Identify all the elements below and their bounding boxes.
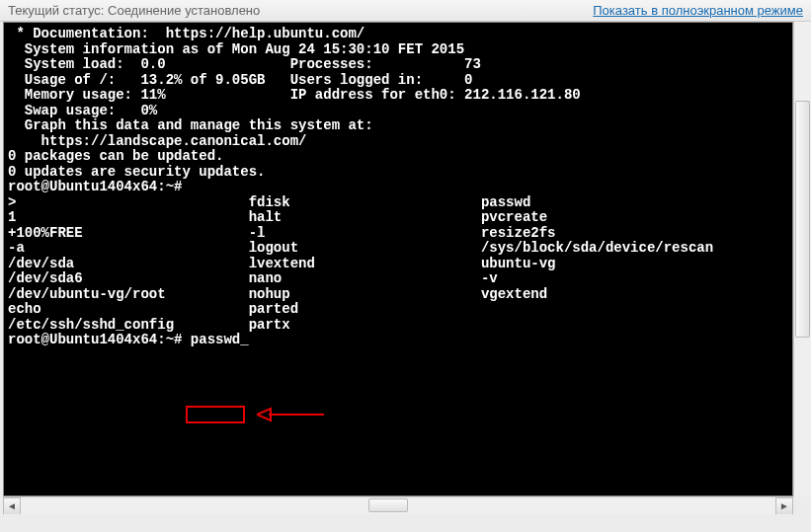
terminal-line: Usage of /: 13.2% of 9.05GB Users logged…	[8, 73, 788, 89]
terminal[interactable]: * Documentation: https://help.ubuntu.com…	[4, 23, 792, 495]
scroll-left-arrow[interactable]: ◄	[3, 497, 21, 515]
terminal-line: +100%FREE -l resize2fs	[8, 226, 788, 242]
scroll-right-arrow[interactable]: ►	[775, 497, 793, 515]
horizontal-scrollbar[interactable]: ◄ ►	[3, 496, 793, 514]
fullscreen-link[interactable]: Показать в полноэкранном режиме	[593, 3, 803, 18]
terminal-line: 0 updates are security updates.	[8, 165, 788, 181]
terminal-line: 0 packages can be updated.	[8, 149, 788, 165]
horizontal-scrollbar-thumb[interactable]	[368, 498, 408, 512]
bottom-padding	[0, 514, 811, 532]
terminal-wrapper: * Documentation: https://help.ubuntu.com…	[3, 22, 793, 496]
terminal-line: Swap usage: 0%	[8, 104, 788, 119]
terminal-line: https://landscape.canonical.com/	[8, 134, 788, 150]
terminal-line: echo parted	[8, 302, 788, 318]
terminal-line: > fdisk passwd	[8, 195, 788, 211]
terminal-line: /dev/ubuntu-vg/root nohup vgextend	[8, 287, 788, 303]
terminal-line: 1 halt pvcreate	[8, 210, 788, 226]
terminal-line: System load: 0.0 Processes: 73	[8, 57, 788, 73]
terminal-line: Memory usage: 11% IP address for eth0: 2…	[8, 88, 788, 104]
terminal-line: root@Ubuntu1404x64:~# passwd_	[8, 333, 788, 348]
terminal-line: -a logout /sys/block/sda/device/rescan	[8, 241, 788, 257]
vertical-scrollbar[interactable]	[793, 22, 811, 496]
header-bar: Текущий статус: Соединение установлено П…	[0, 0, 811, 22]
terminal-line: * Documentation: https://help.ubuntu.com…	[8, 27, 788, 42]
terminal-line: /dev/sda6 nano -v	[8, 271, 788, 287]
terminal-line: root@Ubuntu1404x64:~#	[8, 180, 788, 195]
terminal-line: /etc/ssh/sshd_config partx	[8, 318, 788, 334]
terminal-line: /dev/sda lvextend ubuntu-vg	[8, 257, 788, 272]
vertical-scrollbar-thumb[interactable]	[795, 101, 810, 338]
terminal-line: System information as of Mon Aug 24 15:3…	[8, 42, 788, 58]
terminal-line: Graph this data and manage this system a…	[8, 118, 788, 134]
connection-status: Текущий статус: Соединение установлено	[8, 3, 260, 18]
